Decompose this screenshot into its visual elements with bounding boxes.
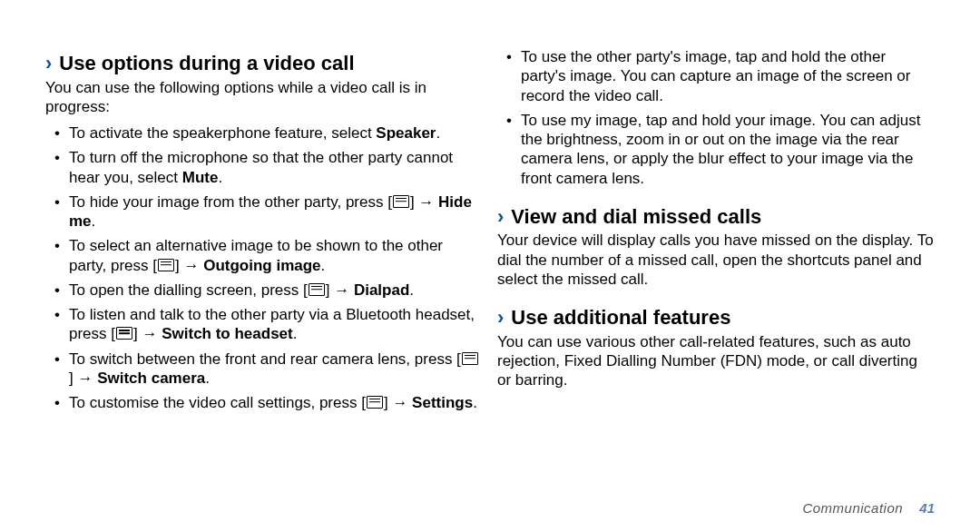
- section-intro: Your device will display calls you have …: [497, 231, 935, 289]
- section-intro: You can use the following options while …: [45, 78, 483, 117]
- menu-icon: [158, 259, 174, 271]
- list-item: To turn off the microphone so that the o…: [69, 148, 483, 187]
- list-item: To select an alternative image to be sho…: [69, 236, 483, 275]
- section-title: View and dial missed calls: [511, 204, 761, 230]
- document-page: › Use options during a video call You ca…: [0, 0, 980, 532]
- menu-icon: [367, 396, 383, 409]
- menu-icon: [309, 283, 325, 296]
- bold-term: Dialpad: [354, 281, 409, 299]
- section-header-missed-calls: › View and dial missed calls: [497, 204, 935, 230]
- bold-term: Speaker: [376, 124, 436, 142]
- footer-section: Communication: [802, 500, 903, 516]
- list-item: To open the dialling screen, press [] → …: [69, 281, 483, 300]
- section-header-video-call-options: › Use options during a video call: [45, 51, 483, 76]
- list-item: To listen and talk to the other party vi…: [69, 305, 483, 344]
- bold-term: Hide me: [69, 193, 472, 230]
- chevron-icon: ›: [45, 51, 52, 76]
- bullet-list: To activate the speakerphone feature, se…: [45, 123, 483, 412]
- list-item: To use the other party's image, tap and …: [521, 47, 935, 105]
- bold-term: Settings: [412, 394, 473, 411]
- list-item: To hide your image from the other party,…: [69, 192, 483, 232]
- list-item: To switch between the front and rear cam…: [69, 350, 483, 389]
- menu-icon: [393, 195, 409, 208]
- left-column: › Use options during a video call You ca…: [45, 47, 483, 510]
- list-item: To use my image, tap and hold your image…: [521, 111, 935, 188]
- bold-term: Mute: [182, 169, 219, 186]
- chevron-icon: ›: [497, 204, 504, 230]
- section-header-additional-features: › Use additional features: [497, 305, 935, 330]
- bullet-list-continued: To use the other party's image, tap and …: [497, 47, 935, 188]
- section-title: Use options during a video call: [59, 51, 354, 76]
- menu-icon: [116, 327, 132, 340]
- menu-icon: [462, 352, 478, 365]
- chevron-icon: ›: [497, 305, 504, 330]
- section-title: Use additional features: [511, 305, 730, 330]
- right-column: To use the other party's image, tap and …: [497, 47, 935, 510]
- list-item: To activate the speakerphone feature, se…: [69, 123, 483, 143]
- bold-term: Switch to headset: [162, 325, 293, 342]
- page-footer: Communication 41: [802, 500, 935, 516]
- footer-page-number: 41: [919, 500, 935, 516]
- list-item: To customise the video call settings, pr…: [69, 393, 483, 412]
- bold-term: Switch camera: [97, 369, 205, 387]
- bold-term: Outgoing image: [203, 257, 320, 274]
- section-intro: You can use various other call-related f…: [497, 332, 935, 390]
